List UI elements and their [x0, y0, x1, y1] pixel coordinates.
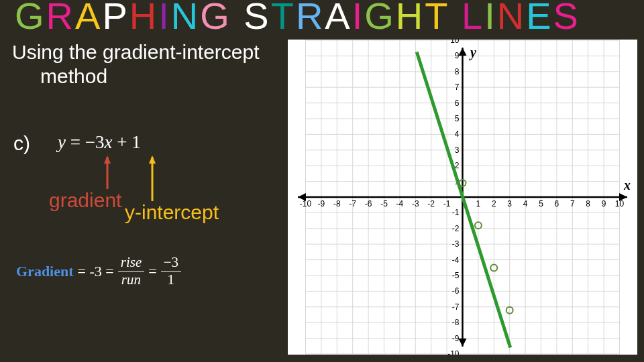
svg-text:5: 5 — [539, 199, 543, 208]
neg3-numerator: −3 — [161, 255, 181, 269]
gradient-arrow-icon — [102, 157, 115, 190]
run-text: run — [119, 273, 144, 287]
svg-text:-5: -5 — [452, 271, 460, 280]
subtitle-line-2: method — [40, 65, 107, 88]
svg-text:-3: -3 — [412, 199, 419, 208]
equation-y: y — [58, 132, 66, 152]
y-axis-label: y — [469, 45, 476, 60]
svg-text:2: 2 — [492, 199, 496, 208]
gradient-formula-eq1: = -3 = — [78, 263, 114, 280]
equation-plus1: + 1 — [112, 132, 140, 152]
svg-text:-7: -7 — [452, 302, 460, 312]
gradient-formula-eq2: = — [148, 263, 156, 280]
x-axis-label: x — [623, 178, 631, 192]
svg-text:9: 9 — [455, 51, 460, 60]
svg-text:-2: -2 — [427, 199, 435, 208]
svg-text:1: 1 — [476, 199, 481, 208]
gradient-label: gradient — [49, 189, 121, 212]
neg3-over-1: −3 1 — [161, 255, 181, 287]
svg-text:4: 4 — [455, 129, 460, 139]
svg-text:8: 8 — [586, 199, 590, 208]
svg-text:10: 10 — [450, 40, 460, 45]
svg-text:7: 7 — [570, 199, 575, 208]
svg-text:-10: -10 — [300, 199, 312, 208]
svg-text:-2: -2 — [452, 224, 460, 233]
subtitle-line-1: Using the gradient-intercept — [12, 41, 260, 64]
svg-text:-9: -9 — [318, 199, 325, 208]
gradient-formula-label: Gradient — [16, 263, 74, 280]
item-label: c) — [13, 132, 30, 155]
svg-text:4: 4 — [523, 199, 528, 208]
svg-text:3: 3 — [455, 145, 460, 155]
svg-text:6: 6 — [555, 199, 559, 208]
svg-marker-49 — [459, 339, 467, 347]
gradient-formula: Gradient = -3 = rise run = −3 1 — [16, 255, 181, 287]
svg-marker-48 — [459, 48, 467, 56]
slide-title: GRAPHING STRAIGHT LINES — [15, 0, 580, 38]
svg-text:-1: -1 — [452, 208, 460, 217]
coordinate-graph: -10-9-8-7-6-5-4-3-2-112345678910 1098765… — [288, 40, 637, 355]
svg-text:-8: -8 — [333, 199, 341, 208]
equation-x: x — [104, 132, 112, 152]
svg-marker-1 — [104, 156, 111, 164]
svg-text:-9: -9 — [452, 334, 460, 343]
svg-text:9: 9 — [602, 199, 606, 208]
svg-text:10: 10 — [615, 199, 625, 208]
svg-text:3: 3 — [507, 199, 512, 208]
rise-text: rise — [118, 255, 145, 269]
svg-text:-7: -7 — [349, 199, 356, 208]
svg-text:-10: -10 — [447, 349, 460, 355]
svg-text:8: 8 — [455, 67, 460, 76]
denominator-1: 1 — [165, 273, 178, 287]
svg-text:-4: -4 — [396, 199, 404, 208]
equation-minus3: −3 — [85, 132, 105, 152]
rise-over-run: rise run — [118, 255, 145, 287]
svg-text:-3: -3 — [452, 239, 460, 249]
y-intercept-label: y-intercept — [125, 201, 219, 224]
svg-text:6: 6 — [455, 99, 460, 108]
svg-text:-5: -5 — [380, 199, 388, 208]
svg-text:-6: -6 — [452, 286, 460, 296]
yintercept-arrow-icon — [147, 157, 160, 202]
svg-text:-6: -6 — [365, 199, 372, 208]
svg-marker-3 — [149, 156, 156, 164]
svg-text:-1: -1 — [443, 199, 451, 208]
equation: y = −3x + 1 — [58, 132, 141, 153]
svg-text:7: 7 — [455, 82, 460, 92]
svg-text:-4: -4 — [452, 255, 460, 265]
svg-text:-8: -8 — [452, 318, 460, 327]
svg-text:5: 5 — [455, 114, 460, 123]
equation-equals: = — [66, 132, 85, 152]
